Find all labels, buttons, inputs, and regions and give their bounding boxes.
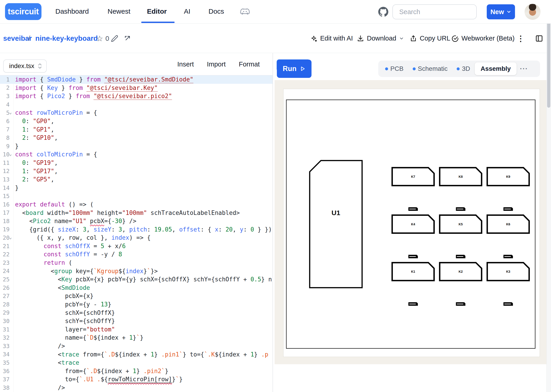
breadcrumb-separator: /	[28, 24, 30, 53]
chip-U1	[310, 161, 362, 287]
assembly-canvas[interactable]: U1K7K8K9K4K5K6K1K2K3	[275, 80, 546, 364]
nav-item-ai[interactable]: AI	[184, 0, 190, 22]
line-number[interactable]: 21	[0, 242, 13, 250]
line-number[interactable]: 32	[0, 334, 13, 342]
fold-chevron-icon[interactable]: ⌄	[9, 110, 12, 115]
code-line-31: 31 layer="bottom"	[0, 325, 272, 334]
line-number[interactable]: 14	[0, 184, 13, 192]
line-number[interactable]: 22	[0, 250, 13, 259]
line-number[interactable]: 26	[0, 284, 13, 292]
code-line-6: 6 0: "GP0",	[0, 117, 272, 126]
discord-icon[interactable]	[240, 7, 250, 17]
line-number[interactable]: 18	[0, 217, 13, 225]
line-number[interactable]: 30	[0, 317, 13, 325]
line-number[interactable]: 16	[0, 200, 13, 209]
line-number[interactable]: 35	[0, 358, 13, 367]
download-button[interactable]: Download	[357, 24, 404, 53]
line-number[interactable]: 12	[0, 167, 13, 175]
webworker-toggle[interactable]: Webworker (Beta)	[451, 24, 515, 53]
code-line-20: 20⌄ ({ x, y, row, col }, index) => {	[0, 234, 272, 242]
menu-insert[interactable]: Insert	[177, 53, 194, 75]
menu-import[interactable]: Import	[207, 53, 226, 75]
panel-icon	[535, 34, 543, 42]
chevron-down-icon	[399, 36, 404, 41]
assembly-sheet: U1K7K8K9K4K5K6K1K2K3	[283, 89, 540, 357]
nav-item-docs[interactable]: Docs	[208, 0, 224, 22]
edit-with-ai-button[interactable]: Edit with AI	[310, 24, 353, 53]
nav-item-dashboard[interactable]: Dashboard	[55, 0, 89, 22]
open-in-new-button[interactable]	[124, 24, 131, 53]
navbar: tscircuit DashboardNewestEditorAIDocs Ne…	[0, 0, 551, 24]
code-line-29: 29 schX={schOffX}	[0, 309, 272, 317]
line-number[interactable]: 9	[0, 142, 13, 150]
key-label-K7: K7	[411, 175, 415, 178]
line-number[interactable]: 15	[0, 192, 13, 200]
line-number[interactable]: 19	[0, 225, 13, 234]
nav-item-editor[interactable]: Editor	[147, 0, 167, 22]
line-number[interactable]: 10⌄	[0, 150, 13, 159]
panel-toggle-button[interactable]	[535, 24, 543, 53]
file-selector[interactable]: index.tsx	[3, 59, 47, 73]
search-input[interactable]	[392, 4, 477, 19]
star-count: 0	[105, 35, 109, 42]
menu-format[interactable]: Format	[239, 53, 260, 75]
code-text: to={`.U1 .${rowToMicroPin[row]}`}	[13, 375, 183, 384]
line-number[interactable]: 37	[0, 375, 13, 384]
code-line-36: 36 from={`.D${index + 1} .pin2`}	[0, 367, 272, 375]
line-number[interactable]: 6	[0, 117, 13, 126]
line-number[interactable]: 8	[0, 134, 13, 142]
code-text: <trace	[13, 358, 79, 367]
breadcrumb-owner[interactable]: seveibar	[3, 24, 32, 53]
line-number[interactable]: 23	[0, 259, 13, 267]
fold-chevron-icon[interactable]: ⌄	[9, 151, 12, 157]
new-button[interactable]: New	[487, 4, 515, 19]
code-line-28: 28 pcbY={y - 13}	[0, 300, 272, 309]
line-number[interactable]: 3	[0, 92, 13, 100]
line-number[interactable]: 38	[0, 384, 13, 392]
assembly-svg[interactable]: U1K7K8K9K4K5K6K1K2K3	[286, 99, 536, 349]
line-number[interactable]: 17	[0, 209, 13, 217]
code-text: <group key={`Kgroup${index}`}>	[13, 267, 158, 275]
code-text: return (	[13, 259, 72, 267]
line-number[interactable]: 4	[0, 100, 13, 109]
line-number[interactable]: 2	[0, 84, 13, 92]
rename-button[interactable]	[111, 24, 118, 53]
copy-url-button[interactable]: Copy URL	[410, 24, 450, 53]
tab-3d[interactable]: 3D	[452, 61, 475, 77]
line-number[interactable]: 11	[0, 159, 13, 167]
avatar[interactable]	[525, 4, 541, 20]
line-number[interactable]: 36	[0, 367, 13, 375]
tab-assembly[interactable]: Assembly	[475, 62, 517, 75]
line-number[interactable]: 13	[0, 175, 13, 184]
breadcrumb-project[interactable]: nine-key-keyboard	[35, 24, 98, 53]
tab-schematic[interactable]: Schematic	[408, 61, 452, 77]
github-icon[interactable]	[378, 7, 388, 17]
line-number[interactable]: 7	[0, 126, 13, 134]
code-editor[interactable]: 1import { SmdDiode } from "@tsci/seveiba…	[0, 75, 272, 392]
line-number[interactable]: 24	[0, 267, 13, 275]
tab-pcb[interactable]: PCB	[380, 61, 408, 77]
open-in-new-icon	[124, 35, 131, 42]
line-number[interactable]: 33	[0, 342, 13, 350]
tab-dot-icon	[385, 67, 388, 70]
line-number[interactable]: 5⌄	[0, 109, 13, 117]
code-line-30: 30 schY={schOffY}	[0, 317, 272, 325]
nav-item-newest[interactable]: Newest	[107, 0, 130, 22]
line-number[interactable]: 34	[0, 350, 13, 359]
diode-stripe	[504, 209, 511, 210]
line-number[interactable]: 31	[0, 325, 13, 334]
star-button[interactable]: ☆ 0	[96, 24, 109, 53]
fold-chevron-icon[interactable]: ⌄	[9, 234, 12, 240]
code-text: from={`.D${index + 1} .pin2`}	[13, 367, 168, 375]
line-number[interactable]: 25	[0, 275, 13, 284]
line-number[interactable]: 27	[0, 292, 13, 300]
toolbar-more-button[interactable]: ⋮	[517, 24, 525, 53]
line-number[interactable]: 1	[0, 75, 13, 84]
line-number[interactable]: 20⌄	[0, 234, 13, 242]
pane-divider[interactable]	[272, 53, 273, 392]
line-number[interactable]: 29	[0, 309, 13, 317]
tabs-more-button[interactable]: ···	[518, 65, 530, 73]
brand-logo[interactable]: tscircuit	[5, 3, 42, 20]
run-button[interactable]: Run	[277, 60, 312, 78]
line-number[interactable]: 28	[0, 300, 13, 309]
